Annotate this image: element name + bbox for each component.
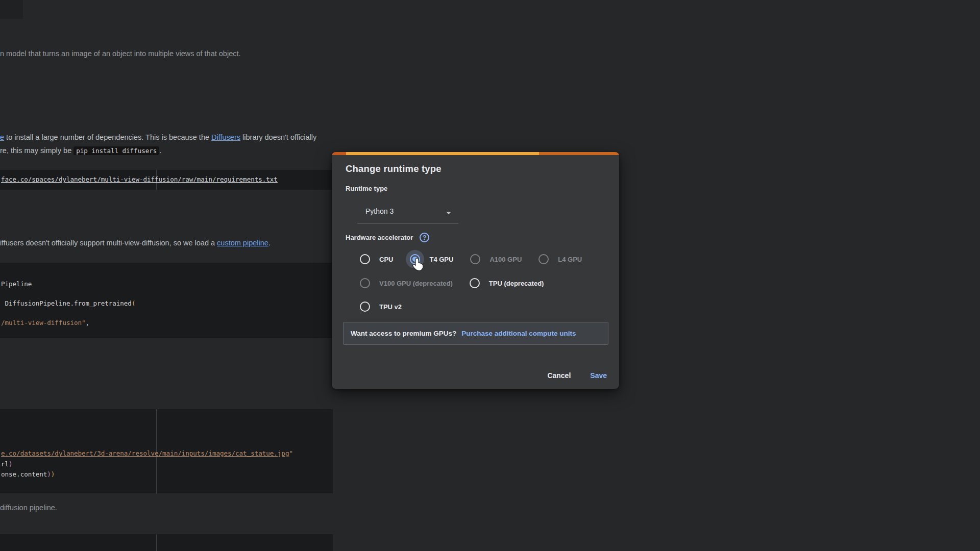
dialog-accent-bar — [332, 152, 619, 155]
radio-option-tpu-deprecated[interactable]: TPU (deprecated) — [470, 278, 544, 288]
code-cell-requirements[interactable]: face.co/spaces/dylanebert/multi-view-dif… — [0, 170, 333, 190]
radio-option-label: V100 GPU (deprecated) — [379, 280, 453, 287]
markdown-line-pip: re, this may simply be pip install diffu… — [0, 145, 161, 157]
code-line-content: onse.content)) — [1, 470, 55, 479]
radio-button-icon — [538, 254, 549, 264]
radio-option-a100-gpu: A100 GPU — [470, 254, 522, 264]
radio-option-label: A100 GPU — [489, 256, 522, 263]
radio-option-label: TPU (deprecated) — [489, 280, 544, 287]
accent-bar-segment — [332, 152, 346, 155]
code-cell-pipeline[interactable]: Pipeline DiffusionPipeline.from_pretrain… — [0, 263, 333, 338]
accent-bar-segment — [346, 152, 539, 155]
premium-banner-text: Want access to premium GPUs? — [351, 330, 456, 337]
purchase-compute-units-link[interactable]: Purchase additional compute units — [461, 330, 576, 337]
radio-button-icon — [360, 278, 370, 288]
code-cell-bottom[interactable] — [0, 534, 333, 551]
radio-option-label: TPU v2 — [379, 303, 402, 311]
radio-option-label: T4 GPU — [429, 256, 453, 263]
radio-option-label: L4 GPU — [558, 256, 582, 263]
accelerator-radio-row: TPU v2 — [360, 302, 402, 312]
inline-link[interactable]: custom pipeline — [217, 239, 268, 247]
markdown-line-diffusion-pipeline: diffusion pipeline. — [0, 502, 57, 513]
markdown-line-custom-pipeline: iffusers doesn't officially support mult… — [0, 237, 271, 248]
hardware-accelerator-label: Hardware accelerator — [346, 234, 413, 241]
runtime-type-value: Python 3 — [365, 207, 394, 215]
premium-gpu-banner: Want access to premium GPUs? Purchase ad… — [343, 322, 608, 345]
code-cell-image-download[interactable]: e.co/datasets/dylanebert/3d-arena/resolv… — [0, 409, 333, 493]
dialog-title: Change runtime type — [346, 163, 442, 174]
radio-option-label: CPU — [379, 256, 393, 263]
chevron-down-icon — [446, 212, 451, 214]
editor-column-ruler — [156, 534, 157, 551]
radio-button-icon[interactable] — [360, 254, 370, 264]
accelerator-radio-row: V100 GPU (deprecated)TPU (deprecated) — [360, 278, 544, 288]
help-icon[interactable]: ? — [420, 233, 429, 242]
inline-link[interactable]: e — [0, 133, 4, 141]
top-left-dark-block — [0, 0, 23, 19]
code-line-requirements-url: face.co/spaces/dylanebert/multi-view-dif… — [1, 175, 278, 184]
inline-code-chip: pip install diffusers — [74, 146, 159, 155]
runtime-type-select[interactable]: Python 3 — [357, 202, 458, 223]
change-runtime-type-dialog: Change runtime type Runtime type Python … — [332, 152, 619, 389]
runtime-type-label: Runtime type — [346, 185, 387, 192]
inline-link[interactable]: Diffusers — [211, 133, 240, 141]
radio-option-t4-gpu[interactable]: T4 GPU — [410, 254, 453, 264]
cancel-button[interactable]: Cancel — [547, 371, 571, 380]
save-button[interactable]: Save — [590, 371, 607, 380]
code-line-pipeline: Pipeline — [1, 280, 32, 288]
radio-button-icon[interactable] — [360, 302, 370, 312]
code-line-cat-url: e.co/datasets/dylanebert/3d-arena/resolv… — [1, 449, 293, 458]
radio-button-icon[interactable] — [470, 278, 480, 288]
accelerator-radio-row: CPUT4 GPUA100 GPUL4 GPU — [360, 254, 582, 264]
code-line-rl: rl) — [1, 460, 13, 468]
colab-notebook-page: { "dialog": { "title": "Change runtime t… — [0, 0, 980, 551]
radio-option-v100-gpu-deprecated: V100 GPU (deprecated) — [360, 278, 453, 288]
radio-option-l4-gpu: L4 GPU — [538, 254, 582, 264]
code-line-from-pretrained: DiffusionPipeline.from_pretrained( — [1, 299, 135, 308]
code-line-model-string: /multi-view-diffusion", — [1, 318, 89, 327]
radio-option-tpu-v2[interactable]: TPU v2 — [360, 302, 402, 312]
radio-button-icon — [470, 254, 480, 264]
radio-option-cpu[interactable]: CPU — [360, 254, 393, 264]
select-underline — [357, 223, 458, 223]
markdown-line-install: e to install a large number of dependenc… — [0, 132, 316, 143]
accent-bar-segment — [539, 152, 619, 155]
markdown-line-intro: n model that turns an image of an object… — [0, 48, 241, 59]
